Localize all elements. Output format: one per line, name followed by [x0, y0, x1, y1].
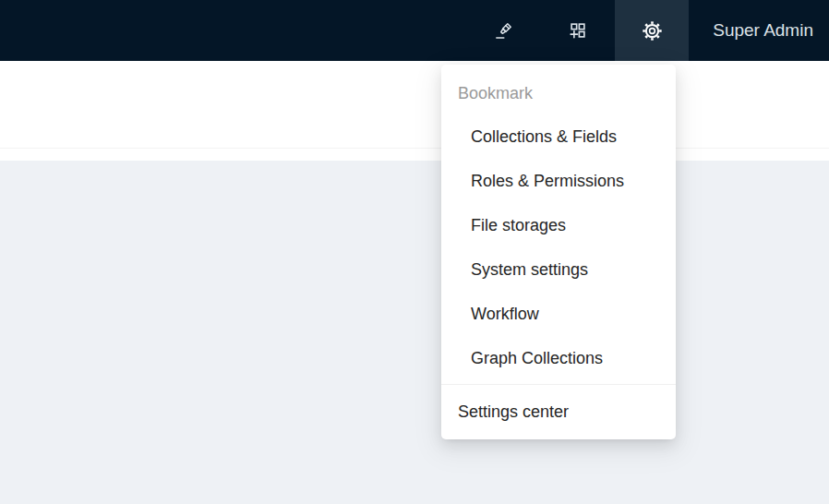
menu-group-bookmark-label: Bookmark: [441, 72, 676, 114]
settings-button[interactable]: [615, 0, 689, 61]
page-header: [0, 61, 829, 149]
add-blocks-button[interactable]: [541, 0, 615, 61]
settings-gear-icon: [642, 20, 663, 42]
blocks-add-icon: [568, 20, 588, 41]
navbar-spacer: [0, 0, 467, 61]
page-content: [0, 161, 829, 504]
ui-editor-button[interactable]: [467, 0, 541, 61]
highlight-icon: [493, 19, 515, 42]
menu-item-roles-permissions[interactable]: Roles & Permissions: [441, 159, 676, 203]
menu-item-system-settings[interactable]: System settings: [441, 247, 676, 292]
menu-item-file-storages[interactable]: File storages: [441, 203, 676, 247]
menu-item-collections-fields[interactable]: Collections & Fields: [441, 114, 676, 159]
menu-item-workflow[interactable]: Workflow: [441, 292, 676, 336]
settings-dropdown-menu: Bookmark Collections & Fields Roles & Pe…: [441, 65, 676, 439]
page-header-padding: [0, 149, 829, 161]
menu-item-settings-center[interactable]: Settings center: [441, 385, 676, 439]
menu-item-graph-collections[interactable]: Graph Collections: [441, 336, 676, 380]
user-menu[interactable]: Super Admin: [689, 0, 829, 61]
top-navbar: Super Admin: [0, 0, 829, 61]
